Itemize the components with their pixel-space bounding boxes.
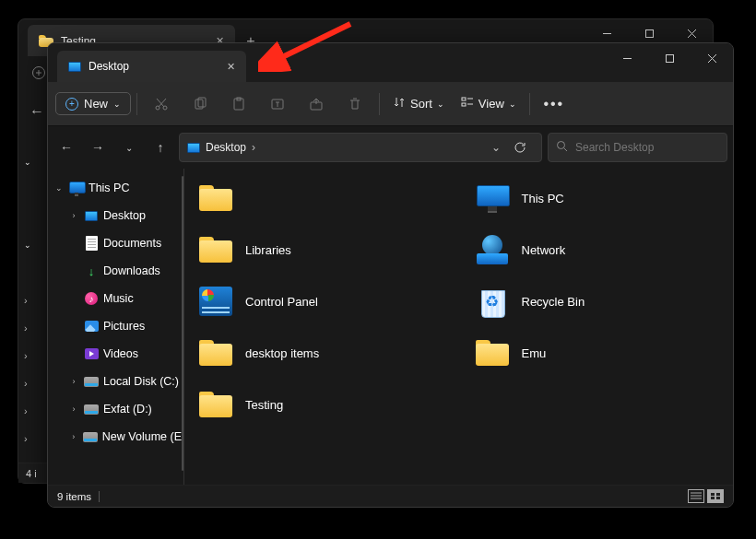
- tab-title: Desktop: [89, 60, 129, 73]
- file-item[interactable]: This PC: [468, 176, 726, 220]
- minimize-button[interactable]: [606, 43, 648, 73]
- paste-button[interactable]: [220, 88, 257, 120]
- svg-line-26: [564, 148, 567, 151]
- thumbnails-view-button[interactable]: [707, 489, 724, 503]
- file-label: Network: [522, 243, 566, 257]
- control-panel-icon: [199, 287, 232, 316]
- up-button[interactable]: ↑: [148, 134, 173, 161]
- download-icon: ↓: [85, 264, 98, 277]
- window-controls: [606, 43, 733, 73]
- view-button[interactable]: View ⌄: [454, 92, 524, 115]
- disk-icon: [83, 432, 98, 442]
- sidebar-label: Downloads: [103, 264, 160, 277]
- separator: [529, 93, 530, 115]
- sidebar-item-newvolume[interactable]: ›New Volume (E: [48, 423, 182, 451]
- bg-toolbar-icon: [31, 65, 46, 84]
- sidebar-label: Exfat (D:): [103, 403, 152, 416]
- copy-button[interactable]: [182, 88, 219, 120]
- view-icon: [461, 96, 474, 111]
- new-button[interactable]: + New ⌄: [55, 92, 131, 115]
- separator: [379, 93, 380, 115]
- sidebar-label: Videos: [103, 347, 138, 360]
- file-item[interactable]: Control Panel: [192, 279, 450, 323]
- sidebar-item-downloads[interactable]: ↓Downloads: [48, 257, 182, 285]
- tab-desktop[interactable]: Desktop ✕: [57, 51, 246, 82]
- folder-icon: [199, 185, 232, 211]
- sort-button[interactable]: Sort ⌄: [385, 92, 452, 115]
- folder-icon: [199, 237, 232, 263]
- file-label: Emu: [522, 346, 547, 360]
- sidebar-item-desktop[interactable]: ›Desktop: [48, 202, 182, 229]
- videos-icon: [85, 348, 99, 359]
- sidebar-item-documents[interactable]: Documents: [48, 229, 182, 257]
- file-item[interactable]: Testing: [192, 382, 450, 427]
- file-label: Testing: [245, 398, 283, 412]
- collapse-icon[interactable]: ⌄: [53, 183, 65, 193]
- address-bar[interactable]: Desktop › ⌄: [179, 133, 542, 162]
- recent-button[interactable]: ⌄: [116, 134, 142, 161]
- file-grid: This PC Libraries Network Control Panel …: [192, 176, 726, 427]
- forward-button[interactable]: →: [85, 134, 111, 161]
- share-button[interactable]: [298, 88, 335, 120]
- sort-label: Sort: [410, 97, 432, 111]
- back-icon[interactable]: ←: [26, 103, 48, 120]
- sidebar-label: Local Disk (C:): [103, 375, 179, 388]
- sidebar-label: Desktop: [103, 209, 146, 222]
- svg-rect-31: [716, 493, 720, 496]
- back-button[interactable]: ←: [53, 134, 79, 161]
- sidebar-item-thispc[interactable]: ⌄ This PC: [48, 174, 182, 202]
- svg-point-25: [558, 142, 565, 149]
- file-label: Control Panel: [245, 295, 318, 309]
- file-item[interactable]: [192, 176, 450, 220]
- file-item[interactable]: Network: [468, 228, 726, 272]
- file-item[interactable]: Libraries: [192, 228, 450, 272]
- folder-icon: [476, 340, 509, 366]
- file-item[interactable]: Emu: [468, 331, 726, 375]
- tab-close-icon[interactable]: ✕: [227, 61, 235, 73]
- file-label: This PC: [522, 192, 564, 205]
- pc-icon: [477, 185, 508, 211]
- new-label: New: [84, 97, 108, 111]
- file-label: Libraries: [245, 243, 291, 257]
- titlebar: Desktop ✕: [48, 43, 733, 82]
- sidebar-item-exfat[interactable]: ›Exfat (D:): [48, 395, 182, 423]
- delete-button[interactable]: [337, 88, 373, 120]
- search-input[interactable]: [575, 141, 719, 154]
- sidebar-label: Music: [103, 292, 134, 305]
- close-button[interactable]: [691, 43, 733, 73]
- file-content[interactable]: This PC Libraries Network Control Panel …: [184, 169, 733, 485]
- file-label: desktop items: [245, 346, 319, 360]
- disk-icon: [84, 404, 99, 415]
- sidebar[interactable]: ⌄ This PC ›Desktop Documents ↓Downloads …: [48, 169, 184, 485]
- maximize-button[interactable]: [648, 43, 691, 73]
- main: ⌄ This PC ›Desktop Documents ↓Downloads …: [48, 169, 733, 485]
- nav-row: ← → ⌄ ↑ Desktop › ⌄: [48, 126, 733, 169]
- rename-button[interactable]: [259, 88, 296, 120]
- svg-rect-32: [711, 497, 715, 499]
- status-count: 9 items: [57, 491, 91, 502]
- disk-icon: [84, 377, 99, 387]
- desktop-icon: [68, 62, 81, 72]
- network-icon: [477, 235, 508, 264]
- details-view-button[interactable]: [688, 489, 704, 503]
- sidebar-item-videos[interactable]: Videos: [48, 340, 182, 368]
- refresh-button[interactable]: [506, 134, 534, 161]
- document-icon: [86, 236, 98, 251]
- address-history-button[interactable]: ⌄: [491, 141, 501, 154]
- svg-rect-33: [716, 497, 720, 499]
- sidebar-item-pictures[interactable]: Pictures: [48, 312, 182, 340]
- view-label: View: [478, 97, 504, 111]
- file-label: Recycle Bin: [522, 295, 585, 309]
- sidebar-label: Documents: [103, 237, 161, 250]
- search-box[interactable]: [548, 133, 727, 162]
- sidebar-item-localdisk[interactable]: ›Local Disk (C:): [48, 368, 182, 395]
- sort-icon: [393, 96, 406, 111]
- desktop-icon: [85, 211, 98, 221]
- file-item[interactable]: desktop items: [192, 331, 450, 375]
- more-button[interactable]: •••: [536, 88, 573, 120]
- sidebar-item-music[interactable]: ♪Music: [48, 285, 182, 312]
- toolbar: + New ⌄ Sort ⌄ View ⌄ •••: [48, 82, 733, 126]
- status-bar: 9 items: [48, 485, 733, 507]
- file-item[interactable]: Recycle Bin: [468, 279, 726, 323]
- cut-button[interactable]: [143, 88, 180, 120]
